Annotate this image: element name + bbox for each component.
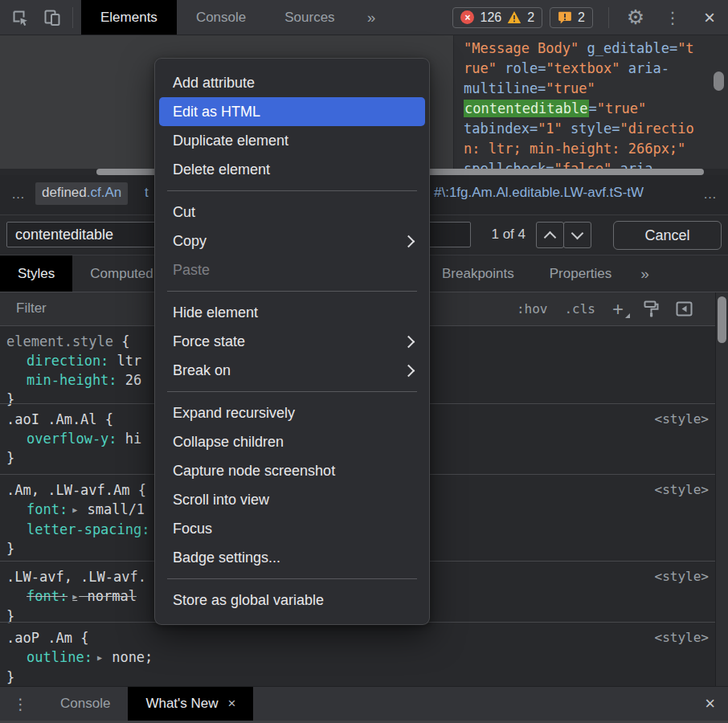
menu-item-label: Capture node screenshot [173, 463, 335, 480]
devtools-window: Elements Console Sources » × 126 2 [0, 0, 728, 723]
css-property[interactable]: outline:▶ none; [0, 647, 728, 668]
selected-element-markup[interactable]: "Message Body" g_editable="true" role="t… [454, 35, 728, 169]
next-match-button[interactable] [563, 222, 591, 248]
menu-item-focus[interactable]: Focus [155, 514, 429, 543]
more-panel-tabs-icon[interactable]: » [629, 265, 661, 283]
menu-item-label: Duplicate element [173, 133, 288, 149]
menu-item-paste: Paste [155, 255, 429, 284]
tab-properties[interactable]: Properties [532, 255, 629, 292]
menu-item-label: Paste [173, 262, 210, 279]
menu-item-scroll-into-view[interactable]: Scroll into view [155, 485, 429, 514]
breadcrumb-overflow-right[interactable]: … [703, 186, 718, 202]
issues-badge[interactable]: 2 [550, 7, 593, 28]
code-line: tabindex="1" style="directio [464, 119, 728, 139]
drawer-tab-whats-new[interactable]: What's New × [128, 687, 253, 721]
device-toolbar-icon[interactable] [40, 6, 64, 30]
toolbar-divider [608, 7, 609, 28]
menu-item-label: Hide element [173, 304, 258, 321]
menu-item-expand-recursively[interactable]: Expand recursively [155, 398, 429, 427]
breadcrumb-crumb[interactable]: defined.cf.An [35, 182, 128, 205]
devtools-tabs: Elements Console Sources » [81, 0, 388, 35]
filter-input[interactable]: Filter [16, 300, 47, 317]
menu-item-delete-element[interactable]: Delete element [155, 155, 429, 184]
menu-item-label: Store as global variable [173, 592, 324, 609]
css-selector[interactable]: .aoI .Am.Al [6, 411, 97, 427]
menu-item-label: Copy [173, 233, 207, 250]
warning-count: 2 [527, 10, 534, 25]
menu-item-label: Add attribute [173, 75, 255, 92]
breadcrumb-crumb-classes: .cf.An [87, 185, 121, 200]
menu-item-collapse-children[interactable]: Collapse children [155, 427, 429, 456]
issue-count: 2 [578, 10, 585, 25]
expand-arrow-icon[interactable]: ▶ [92, 653, 104, 662]
menu-item-hide-element[interactable]: Hide element [155, 298, 429, 327]
element-classes-toggle[interactable]: .cls [564, 301, 595, 317]
breadcrumb-crumb-partial[interactable]: t [145, 185, 149, 201]
css-selector[interactable]: element.style [6, 333, 113, 349]
breadcrumb-overflow-left[interactable]: … [11, 186, 27, 202]
close-brace: } [0, 668, 728, 686]
drawer-tab-console[interactable]: Console [43, 687, 128, 721]
styles-scrollbar[interactable] [715, 292, 728, 686]
menu-item-label: Edit as HTML [173, 104, 260, 120]
style-source-link[interactable]: <style> [655, 628, 709, 647]
menu-item-duplicate-element[interactable]: Duplicate element [155, 126, 429, 155]
open-brace: { [130, 482, 146, 498]
errors-warnings-badge[interactable]: × 126 2 [452, 7, 542, 28]
previous-match-button[interactable] [536, 222, 564, 248]
menu-item-label: Scroll into view [173, 492, 269, 509]
code-scrollbar-thumb[interactable] [714, 71, 724, 91]
submenu-arrow-icon [403, 335, 415, 348]
chevron-down-icon [571, 227, 584, 240]
kebab-menu-icon[interactable]: ⋮ [661, 6, 685, 30]
style-source-link[interactable]: <style> [655, 480, 709, 500]
inspect-element-icon[interactable] [8, 6, 32, 30]
css-selector[interactable]: .LW-avf, .LW-avf. [6, 569, 146, 585]
menu-item-edit-as-html[interactable]: Edit as HTML [159, 97, 425, 126]
style-source-link[interactable]: <style> [655, 410, 709, 429]
pseudo-state-toggle[interactable]: :hov [517, 301, 548, 317]
tab-console[interactable]: Console [177, 0, 265, 35]
tab-sources[interactable]: Sources [265, 0, 354, 35]
expand-arrow-icon[interactable]: ▶ [67, 505, 79, 514]
format-painter-icon[interactable] [644, 300, 659, 317]
close-whats-new-icon[interactable]: × [228, 696, 236, 712]
toolbar-divider [72, 7, 73, 28]
style-source-link[interactable]: <style> [655, 567, 709, 586]
computed-sidebar-toggle-icon[interactable] [676, 301, 693, 317]
menu-item-cut[interactable]: Cut [155, 198, 429, 227]
close-drawer-icon[interactable]: × [705, 693, 715, 714]
cancel-search-button[interactable]: Cancel [613, 221, 722, 250]
tab-dom-breakpoints[interactable]: Breakpoints [424, 255, 532, 292]
menu-item-add-attribute[interactable]: Add attribute [155, 68, 429, 97]
search-match-highlight: contenteditable [464, 100, 589, 117]
tab-elements[interactable]: Elements [81, 0, 177, 35]
drawer-bar: ⋮ Console What's New × × [0, 686, 728, 723]
drawer-kebab-icon[interactable]: ⋮ [13, 695, 28, 713]
menu-item-break-on[interactable]: Break on [155, 356, 429, 385]
tab-styles[interactable]: Styles [0, 255, 72, 292]
styles-scrollbar-thumb[interactable] [718, 296, 726, 343]
menu-item-label: Expand recursively [173, 405, 295, 422]
menu-item-label: Cut [173, 204, 195, 221]
breadcrumb-crumb-text: defined [42, 185, 87, 200]
new-style-rule-button[interactable]: + [612, 300, 624, 319]
menu-separator [167, 578, 417, 579]
css-selector[interactable]: .aoP .Am [6, 630, 72, 646]
open-brace: { [97, 411, 113, 427]
close-devtools-icon[interactable]: × [697, 6, 722, 30]
settings-gear-icon[interactable]: ⚙ [624, 6, 648, 30]
menu-item-capture-node-screenshot[interactable]: Capture node screenshot [155, 456, 429, 485]
menu-item-badge-settings[interactable]: Badge settings... [155, 543, 429, 572]
menu-item-store-as-global-variable[interactable]: Store as global variable [155, 586, 429, 615]
expand-arrow-icon[interactable]: ▶ [67, 592, 79, 601]
more-tabs-icon[interactable]: » [354, 9, 389, 27]
menu-item-label: Collapse children [173, 434, 284, 451]
menu-item-copy[interactable]: Copy [155, 227, 429, 255]
css-selector[interactable]: .Am, .LW-avf.Am [6, 482, 130, 498]
menu-item-label: Delete element [173, 161, 270, 178]
breadcrumb-crumb-selected[interactable]: #\:1fg.Am.Al.editable.LW-avf.tS-tW [434, 185, 644, 201]
match-count: 1 of 4 [491, 227, 526, 243]
code-line: rue" role="textbox" aria- [464, 59, 728, 79]
menu-item-force-state[interactable]: Force state [155, 327, 429, 356]
